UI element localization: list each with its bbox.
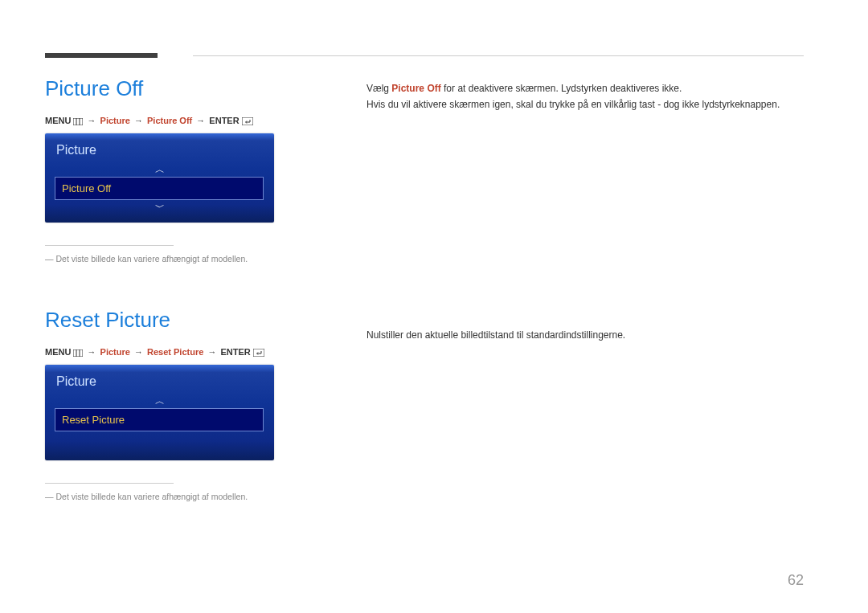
- breadcrumb-menu: MENU: [45, 116, 71, 125]
- top-rule: [193, 55, 804, 56]
- description-2: Nulstiller den aktuelle billedtilstand t…: [366, 327, 800, 343]
- breadcrumb-1: MENU → Picture → Picture Off → ENTER: [45, 116, 286, 125]
- footnote-rule: [45, 245, 174, 246]
- arrow-icon: →: [88, 347, 96, 357]
- arrow-icon: →: [196, 116, 205, 125]
- heading-picture-off: Picture Off: [45, 76, 286, 101]
- section-reset-picture: Reset Picture MENU → Picture → Reset Pic…: [45, 308, 286, 501]
- breadcrumb-2: MENU → Picture → Reset Picture → ENTER: [45, 347, 286, 357]
- footnote-rule: [45, 483, 174, 484]
- osd-selected-item: Picture Off: [55, 177, 264, 200]
- menu-icon: [73, 349, 83, 357]
- arrow-icon: →: [134, 347, 143, 357]
- footnote-2: ―Det viste billede kan variere afhængigt…: [45, 492, 286, 501]
- svg-rect-3: [242, 117, 253, 125]
- section-picture-off: Picture Off MENU → Picture → Picture Off…: [45, 76, 286, 264]
- arrow-icon: →: [207, 347, 216, 357]
- chevron-up-icon: ︿: [53, 164, 266, 175]
- breadcrumb-picture: Picture: [100, 116, 130, 125]
- footnote-text: Det viste billede kan variere afhængigt …: [56, 492, 248, 501]
- desc-line-2: Hvis du vil aktivere skærmen igen, skal …: [366, 96, 800, 112]
- breadcrumb-picture-off: Picture Off: [147, 116, 192, 125]
- osd-spacer: [53, 433, 266, 451]
- desc-prefix: Vælg: [366, 83, 391, 94]
- enter-icon: [253, 349, 264, 357]
- desc-line-1: Vælg Picture Off for at deaktivere skærm…: [366, 80, 800, 96]
- footnote-text: Det viste billede kan variere afhængigt …: [56, 254, 248, 264]
- desc-suffix: for at deaktivere skærmen. Lydstyrken de…: [441, 83, 682, 94]
- osd-panel-2: Picture ︿ Reset Picture: [45, 365, 274, 460]
- description-1: Vælg Picture Off for at deaktivere skærm…: [366, 80, 800, 113]
- osd-panel-1: Picture ︿ Picture Off ﹀: [45, 133, 274, 223]
- breadcrumb-enter: ENTER: [220, 347, 250, 357]
- desc-reset: Nulstiller den aktuelle billedtilstand t…: [366, 327, 800, 343]
- chevron-up-icon: ︿: [53, 395, 266, 407]
- breadcrumb-picture: Picture: [100, 347, 130, 357]
- desc-highlight: Picture Off: [391, 83, 440, 94]
- chevron-down-icon: ﹀: [53, 202, 266, 213]
- svg-rect-0: [73, 118, 83, 125]
- svg-rect-4: [73, 349, 83, 357]
- osd-selected-item: Reset Picture: [55, 408, 264, 431]
- page-number: 62: [788, 572, 804, 589]
- footnote-1: ―Det viste billede kan variere afhængigt…: [45, 254, 286, 264]
- chapter-tab: [45, 53, 158, 58]
- arrow-icon: →: [88, 116, 96, 125]
- breadcrumb-reset-picture: Reset Picture: [147, 347, 203, 357]
- osd-title: Picture: [56, 374, 266, 389]
- svg-rect-7: [253, 349, 264, 357]
- menu-icon: [73, 118, 83, 125]
- left-column: Picture Off MENU → Picture → Picture Off…: [45, 76, 286, 501]
- dash-icon: ―: [45, 254, 54, 264]
- breadcrumb-enter: ENTER: [209, 116, 239, 125]
- heading-reset-picture: Reset Picture: [45, 308, 286, 333]
- osd-title: Picture: [56, 143, 266, 157]
- dash-icon: ―: [45, 492, 54, 501]
- enter-icon: [242, 117, 253, 125]
- breadcrumb-menu: MENU: [45, 347, 71, 357]
- arrow-icon: →: [134, 116, 143, 125]
